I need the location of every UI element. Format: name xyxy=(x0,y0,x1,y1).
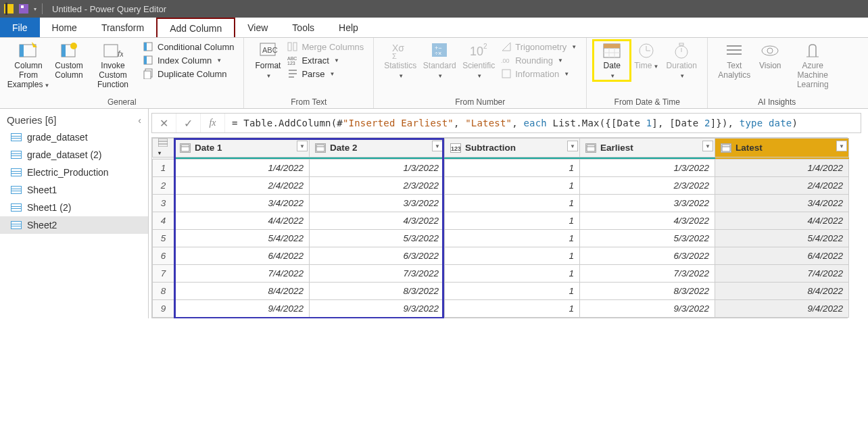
accept-formula-icon[interactable]: ✓ xyxy=(176,114,201,132)
cell[interactable]: 9/4/2022 xyxy=(715,300,849,318)
date-button[interactable]: Date▼ xyxy=(594,41,630,80)
custom-column-button[interactable]: Custom Column xyxy=(50,41,88,80)
cell[interactable]: 8/3/2022 xyxy=(310,283,445,300)
save-icon[interactable] xyxy=(19,4,28,14)
query-item[interactable]: Electric_Production xyxy=(0,164,148,181)
query-item[interactable]: grade_dataset (2) xyxy=(0,146,148,164)
statistics-button[interactable]: XσΣ Statistics▼ xyxy=(381,41,420,80)
cell[interactable]: 3/4/2022 xyxy=(174,195,310,212)
cell[interactable]: 4/4/2022 xyxy=(174,212,310,230)
cell[interactable]: 8/3/2022 xyxy=(580,283,715,300)
cell[interactable]: 6/4/2022 xyxy=(715,247,849,265)
cell[interactable]: 2/4/2022 xyxy=(715,177,849,195)
duration-button[interactable]: Duration▼ xyxy=(662,41,700,80)
formula-text[interactable]: = Table.AddColumn(#"Inserted Earliest", … xyxy=(225,118,798,128)
column-from-examples-button[interactable]: Column From Examples▼ xyxy=(7,41,50,89)
qat-dropdown-icon[interactable]: ▾ xyxy=(34,6,37,12)
cell[interactable]: 7/3/2022 xyxy=(310,265,445,283)
row-number[interactable]: 1 xyxy=(153,160,174,177)
cell[interactable]: 9/3/2022 xyxy=(580,300,715,318)
filter-dropdown-icon[interactable]: ▼ xyxy=(432,141,443,151)
column-header[interactable]: Date 1▼ xyxy=(174,139,310,157)
standard-button[interactable]: +−÷× Standard▼ xyxy=(420,41,459,80)
row-number[interactable]: 2 xyxy=(153,177,174,195)
tab-view[interactable]: View xyxy=(235,18,280,37)
cell[interactable]: 1 xyxy=(445,195,580,212)
text-analytics-button[interactable]: Text Analytics xyxy=(715,41,754,80)
vision-button[interactable]: Vision xyxy=(754,41,786,71)
query-item[interactable]: Sheet1 (2) xyxy=(0,199,148,216)
collapse-icon[interactable]: ‹ xyxy=(138,115,141,126)
cell[interactable]: 4/3/2022 xyxy=(310,212,445,230)
date-type-icon[interactable] xyxy=(315,143,326,153)
query-item[interactable]: Sheet1 xyxy=(0,181,148,199)
cell[interactable]: 1 xyxy=(445,247,580,265)
parse-button[interactable]: Parse▼ xyxy=(285,68,366,80)
cell[interactable]: 6/3/2022 xyxy=(580,247,715,265)
column-header[interactable]: 123Subtraction▼ xyxy=(445,139,580,157)
tab-help[interactable]: Help xyxy=(327,18,370,37)
cell[interactable]: 6/4/2022 xyxy=(174,247,310,265)
table-row[interactable]: 99/4/20229/3/202219/3/20229/4/2022 xyxy=(153,300,849,318)
row-number[interactable]: 8 xyxy=(153,283,174,300)
date-type-icon[interactable] xyxy=(721,143,731,153)
fx-icon[interactable]: fx xyxy=(201,114,225,132)
cell[interactable]: 3/3/2022 xyxy=(580,195,715,212)
cell[interactable]: 5/3/2022 xyxy=(580,230,715,247)
duplicate-column-button[interactable]: Duplicate Column xyxy=(141,68,237,80)
tab-add-column[interactable]: Add Column xyxy=(156,18,235,37)
table-row[interactable]: 88/4/20228/3/202218/3/20228/4/2022 xyxy=(153,283,849,300)
information-button[interactable]: Information▼ xyxy=(498,68,579,80)
azure-ml-button[interactable]: Azure Machine Learning xyxy=(786,41,839,89)
row-number[interactable]: 5 xyxy=(153,230,174,247)
cell[interactable]: 1/4/2022 xyxy=(174,160,310,177)
format-button[interactable]: ABC Format▼ xyxy=(251,41,285,80)
trigonometry-button[interactable]: Trigonometry▼ xyxy=(498,41,579,53)
cell[interactable]: 1/3/2022 xyxy=(310,160,445,177)
tab-file[interactable]: File xyxy=(0,18,40,37)
table-row[interactable]: 66/4/20226/3/202216/3/20226/4/2022 xyxy=(153,247,849,265)
cell[interactable]: 5/4/2022 xyxy=(715,230,849,247)
conditional-column-button[interactable]: Conditional Column xyxy=(141,41,237,53)
cell[interactable]: 2/3/2022 xyxy=(580,177,715,195)
invoke-custom-function-button[interactable]: fx Invoke Custom Function xyxy=(88,41,138,89)
cell[interactable]: 5/4/2022 xyxy=(174,230,310,247)
cell[interactable]: 1/4/2022 xyxy=(715,160,849,177)
tab-home[interactable]: Home xyxy=(40,18,89,37)
cell[interactable]: 7/4/2022 xyxy=(715,265,849,283)
cell[interactable]: 9/4/2022 xyxy=(174,300,310,318)
cell[interactable]: 2/4/2022 xyxy=(174,177,310,195)
tab-transform[interactable]: Transform xyxy=(89,18,156,37)
cell[interactable]: 1 xyxy=(445,265,580,283)
column-header[interactable]: Date 2▼ xyxy=(310,139,445,157)
column-header[interactable]: Latest▼ xyxy=(715,139,849,157)
table-row[interactable]: 22/4/20222/3/202212/3/20222/4/2022 xyxy=(153,177,849,195)
table-row[interactable]: 55/4/20225/3/202215/3/20225/4/2022 xyxy=(153,230,849,247)
cell[interactable]: 1 xyxy=(445,283,580,300)
query-item[interactable]: grade_dataset xyxy=(0,128,148,146)
index-column-button[interactable]: Index Column▼ xyxy=(141,54,237,66)
cell[interactable]: 1 xyxy=(445,177,580,195)
number-type-icon[interactable]: 123 xyxy=(450,143,461,153)
cell[interactable]: 3/4/2022 xyxy=(715,195,849,212)
cell[interactable]: 8/4/2022 xyxy=(715,283,849,300)
date-type-icon[interactable] xyxy=(585,143,596,153)
tab-tools[interactable]: Tools xyxy=(280,18,327,37)
cell[interactable]: 4/4/2022 xyxy=(715,212,849,230)
rounding-button[interactable]: .00 Rounding▼ xyxy=(498,54,579,66)
merge-columns-button[interactable]: Merge Columns xyxy=(285,41,366,53)
cell[interactable]: 1/3/2022 xyxy=(580,160,715,177)
query-item[interactable]: Sheet2 xyxy=(0,216,148,234)
row-number[interactable]: 3 xyxy=(153,195,174,212)
cell[interactable]: 7/4/2022 xyxy=(174,265,310,283)
cell[interactable]: 1 xyxy=(445,300,580,318)
row-number[interactable]: 9 xyxy=(153,300,174,318)
cell[interactable]: 4/3/2022 xyxy=(580,212,715,230)
table-row[interactable]: 44/4/20224/3/202214/3/20224/4/2022 xyxy=(153,212,849,230)
column-header[interactable]: Earliest▼ xyxy=(580,139,715,157)
cell[interactable]: 7/3/2022 xyxy=(580,265,715,283)
date-type-icon[interactable] xyxy=(180,143,191,153)
cell[interactable]: 1 xyxy=(445,230,580,247)
extract-button[interactable]: ABC123 Extract▼ xyxy=(285,54,366,66)
row-number[interactable]: 7 xyxy=(153,265,174,283)
